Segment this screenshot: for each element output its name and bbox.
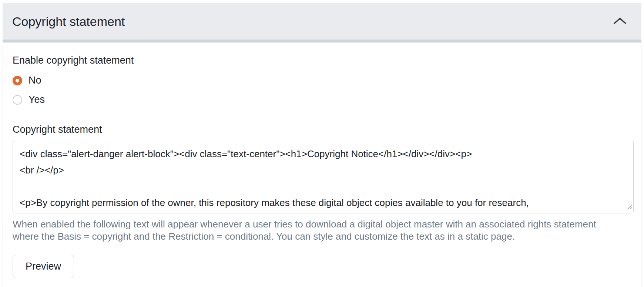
radio-option-yes[interactable]: Yes <box>13 94 632 105</box>
radio-yes-label[interactable]: Yes <box>28 94 45 105</box>
textarea-container: <div class="alert-danger alert-block"><d… <box>13 141 634 213</box>
help-text: When enabled the following text will app… <box>13 218 632 243</box>
preview-button[interactable]: Preview <box>13 255 74 278</box>
panel-body: Enable copyright statement No Yes Copyri… <box>3 43 641 287</box>
header-divider <box>3 40 641 43</box>
radio-option-no[interactable]: No <box>13 75 632 86</box>
copyright-statement-panel: Copyright statement Enable copyright sta… <box>3 3 641 287</box>
accordion-header[interactable]: Copyright statement <box>3 3 641 40</box>
help-text-line-1: When enabled the following text will app… <box>13 218 632 230</box>
radio-no-label[interactable]: No <box>28 75 41 86</box>
copyright-statement-label: Copyright statement <box>13 123 632 136</box>
radio-no-selected-icon[interactable] <box>13 76 22 85</box>
radio-yes-unselected-icon[interactable] <box>13 95 22 105</box>
help-text-line-2: where the Basis = copyright and the Rest… <box>13 230 632 243</box>
copyright-statement-textarea[interactable]: <div class="alert-danger alert-block"><d… <box>13 141 634 213</box>
panel-title: Copyright statement <box>12 14 125 29</box>
chevron-up-icon[interactable] <box>613 17 627 26</box>
resize-handle-icon[interactable] <box>626 204 632 211</box>
enable-copyright-label: Enable copyright statement <box>13 54 632 67</box>
